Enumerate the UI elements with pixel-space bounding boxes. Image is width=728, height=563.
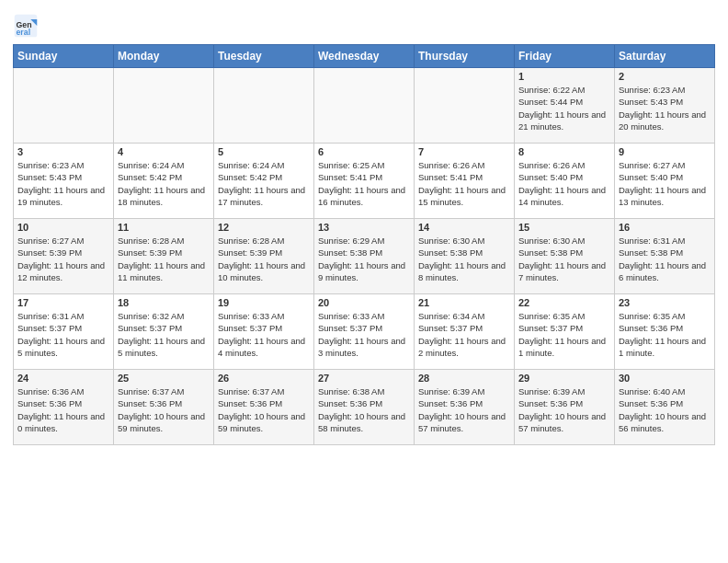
day-number: 23 [619,297,711,308]
page-container: Gen eral SundayMondayTuesdayWednesdayThu… [0,0,728,451]
day-info: Sunrise: 6:28 AMSunset: 5:39 PMDaylight:… [118,235,210,283]
day-cell: 28Sunrise: 6:39 AMSunset: 5:36 PMDayligh… [415,370,515,445]
day-number: 19 [218,297,310,308]
day-info: Sunrise: 6:31 AMSunset: 5:38 PMDaylight:… [619,235,711,283]
day-cell: 10Sunrise: 6:27 AMSunset: 5:39 PMDayligh… [14,219,114,294]
day-info: Sunrise: 6:26 AMSunset: 5:40 PMDaylight:… [518,159,610,208]
day-number: 22 [518,297,610,308]
day-cell: 26Sunrise: 6:37 AMSunset: 5:36 PMDayligh… [214,370,314,445]
day-cell: 27Sunrise: 6:38 AMSunset: 5:36 PMDayligh… [314,370,415,445]
calendar-body: 1Sunrise: 6:22 AMSunset: 5:44 PMDaylight… [14,68,715,445]
day-cell: 8Sunrise: 6:26 AMSunset: 5:40 PMDaylight… [515,144,615,219]
day-cell: 6Sunrise: 6:25 AMSunset: 5:41 PMDaylight… [314,144,415,219]
day-number: 13 [318,222,410,233]
weekday-header-monday: Monday [114,45,214,68]
day-number: 26 [218,373,310,384]
weekday-header-tuesday: Tuesday [214,45,314,68]
day-number: 25 [118,373,210,384]
day-number: 16 [619,222,711,233]
day-info: Sunrise: 6:25 AMSunset: 5:41 PMDaylight:… [318,159,410,208]
day-cell: 3Sunrise: 6:23 AMSunset: 5:43 PMDaylight… [14,144,114,219]
weekday-header-wednesday: Wednesday [314,45,415,68]
day-number: 8 [518,146,610,157]
day-cell: 9Sunrise: 6:27 AMSunset: 5:40 PMDaylight… [615,144,715,219]
day-cell: 21Sunrise: 6:34 AMSunset: 5:37 PMDayligh… [415,294,515,370]
day-info: Sunrise: 6:24 AMSunset: 5:42 PMDaylight:… [118,159,210,208]
day-cell: 20Sunrise: 6:33 AMSunset: 5:37 PMDayligh… [314,294,415,370]
weekday-header-friday: Friday [515,45,615,68]
day-number: 6 [318,146,410,157]
day-info: Sunrise: 6:35 AMSunset: 5:37 PMDaylight:… [518,310,610,359]
day-cell: 16Sunrise: 6:31 AMSunset: 5:38 PMDayligh… [615,219,715,294]
day-number: 18 [118,297,210,308]
day-info: Sunrise: 6:39 AMSunset: 5:36 PMDaylight:… [518,385,610,434]
weekday-header-thursday: Thursday [415,45,515,68]
day-number: 21 [418,297,510,308]
day-number: 28 [418,373,510,384]
day-number: 12 [218,222,310,233]
day-info: Sunrise: 6:28 AMSunset: 5:39 PMDaylight:… [218,235,310,283]
day-cell: 24Sunrise: 6:36 AMSunset: 5:36 PMDayligh… [14,370,114,445]
day-info: Sunrise: 6:23 AMSunset: 5:43 PMDaylight:… [17,159,109,208]
day-number: 17 [17,297,109,308]
day-info: Sunrise: 6:24 AMSunset: 5:42 PMDaylight:… [218,159,310,208]
day-number: 11 [118,222,210,233]
day-number: 14 [418,222,510,233]
day-info: Sunrise: 6:39 AMSunset: 5:36 PMDaylight:… [418,385,510,434]
day-cell: 19Sunrise: 6:33 AMSunset: 5:37 PMDayligh… [214,294,314,370]
day-cell: 18Sunrise: 6:32 AMSunset: 5:37 PMDayligh… [114,294,214,370]
day-cell: 17Sunrise: 6:31 AMSunset: 5:37 PMDayligh… [14,294,114,370]
week-row-2: 3Sunrise: 6:23 AMSunset: 5:43 PMDaylight… [14,144,715,219]
logo: Gen eral [13,13,42,39]
day-number: 29 [518,373,610,384]
weekday-header-saturday: Saturday [615,45,715,68]
day-cell: 7Sunrise: 6:26 AMSunset: 5:41 PMDaylight… [415,144,515,219]
day-info: Sunrise: 6:36 AMSunset: 5:36 PMDaylight:… [17,385,109,434]
day-number: 9 [619,146,711,157]
day-info: Sunrise: 6:38 AMSunset: 5:36 PMDaylight:… [318,385,410,434]
day-info: Sunrise: 6:33 AMSunset: 5:37 PMDaylight:… [318,310,410,359]
day-cell: 13Sunrise: 6:29 AMSunset: 5:38 PMDayligh… [314,219,415,294]
day-info: Sunrise: 6:23 AMSunset: 5:43 PMDaylight:… [619,84,711,132]
day-number: 2 [619,71,711,82]
day-info: Sunrise: 6:27 AMSunset: 5:40 PMDaylight:… [619,159,711,208]
day-cell: 2Sunrise: 6:23 AMSunset: 5:43 PMDaylight… [615,68,715,144]
header: Gen eral [13,9,715,39]
day-number: 24 [17,373,109,384]
day-number: 20 [318,297,410,308]
day-cell: 23Sunrise: 6:35 AMSunset: 5:36 PMDayligh… [615,294,715,370]
day-number: 4 [118,146,210,157]
day-info: Sunrise: 6:34 AMSunset: 5:37 PMDaylight:… [418,310,510,359]
day-cell: 25Sunrise: 6:37 AMSunset: 5:36 PMDayligh… [114,370,214,445]
svg-text:eral: eral [17,28,31,37]
week-row-5: 24Sunrise: 6:36 AMSunset: 5:36 PMDayligh… [14,370,715,445]
day-cell [415,68,515,144]
day-cell: 5Sunrise: 6:24 AMSunset: 5:42 PMDaylight… [214,144,314,219]
day-info: Sunrise: 6:37 AMSunset: 5:36 PMDaylight:… [218,385,310,434]
day-cell: 22Sunrise: 6:35 AMSunset: 5:37 PMDayligh… [515,294,615,370]
day-cell: 14Sunrise: 6:30 AMSunset: 5:38 PMDayligh… [415,219,515,294]
day-number: 15 [518,222,610,233]
weekday-header-sunday: Sunday [14,45,114,68]
day-number: 7 [418,146,510,157]
day-info: Sunrise: 6:22 AMSunset: 5:44 PMDaylight:… [518,84,610,132]
day-number: 10 [17,222,109,233]
day-info: Sunrise: 6:32 AMSunset: 5:37 PMDaylight:… [118,310,210,359]
week-row-4: 17Sunrise: 6:31 AMSunset: 5:37 PMDayligh… [14,294,715,370]
day-cell: 11Sunrise: 6:28 AMSunset: 5:39 PMDayligh… [114,219,214,294]
day-number: 3 [17,146,109,157]
day-cell: 29Sunrise: 6:39 AMSunset: 5:36 PMDayligh… [515,370,615,445]
day-cell: 4Sunrise: 6:24 AMSunset: 5:42 PMDaylight… [114,144,214,219]
day-cell [214,68,314,144]
day-info: Sunrise: 6:29 AMSunset: 5:38 PMDaylight:… [318,235,410,283]
day-cell [314,68,415,144]
day-number: 30 [619,373,711,384]
logo-icon: Gen eral [13,13,39,39]
day-cell [114,68,214,144]
day-info: Sunrise: 6:30 AMSunset: 5:38 PMDaylight:… [418,235,510,283]
day-info: Sunrise: 6:35 AMSunset: 5:36 PMDaylight:… [619,310,711,359]
day-info: Sunrise: 6:31 AMSunset: 5:37 PMDaylight:… [17,310,109,359]
day-cell: 15Sunrise: 6:30 AMSunset: 5:38 PMDayligh… [515,219,615,294]
day-info: Sunrise: 6:30 AMSunset: 5:38 PMDaylight:… [518,235,610,283]
day-info: Sunrise: 6:27 AMSunset: 5:39 PMDaylight:… [17,235,109,283]
